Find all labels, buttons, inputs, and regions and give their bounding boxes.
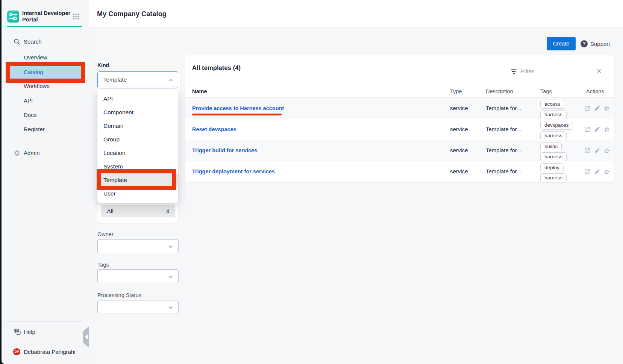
sidebar: Internal Developer Portal Search Overvie…: [2, 0, 89, 364]
template-link[interactable]: Reset devspaces: [192, 119, 236, 140]
kind-dropdown-menu: API Component Domain Group Location Syst…: [97, 89, 179, 203]
row-type: service: [450, 119, 468, 140]
template-link[interactable]: Trigger build for services: [192, 140, 257, 161]
templates-table-card: All templates (4) Filter Name Type Descr…: [185, 55, 614, 182]
tag-chip[interactable]: harness: [540, 131, 567, 140]
sidebar-item-catalog[interactable]: Catalog: [8, 66, 81, 79]
question-circle-icon: ?: [581, 40, 588, 47]
edit-icon[interactable]: [594, 147, 600, 154]
column-header-type[interactable]: Type: [450, 88, 462, 94]
brand-divider: [7, 26, 82, 27]
tag-chip[interactable]: harness: [540, 110, 567, 119]
idp-logo-glyph: [7, 11, 19, 23]
kind-option-user[interactable]: User: [97, 187, 179, 200]
kind-option-api[interactable]: API: [97, 92, 179, 106]
edit-icon[interactable]: [594, 126, 600, 132]
star-icon[interactable]: [603, 105, 610, 112]
row-type: service: [450, 161, 468, 182]
sidebar-divider: [7, 321, 82, 322]
table-row: Reset devspaces service Template for... …: [185, 119, 614, 140]
row-actions: [584, 119, 614, 140]
annotation-underline: [192, 114, 282, 115]
kind-count-card: All 4: [97, 203, 179, 223]
help-chat-icon: ?: [14, 328, 22, 336]
template-link[interactable]: Provide access to Harness account: [192, 98, 284, 119]
kind-all-count: 4: [166, 205, 169, 217]
apps-grid-icon[interactable]: [73, 13, 79, 20]
chevron-down-icon: [168, 274, 173, 279]
processing-status-filter-label: Processing Status: [97, 292, 141, 298]
kind-option-component[interactable]: Component: [97, 106, 179, 119]
sidebar-item-admin[interactable]: Admin: [24, 149, 40, 157]
tag-chip[interactable]: harness: [540, 152, 567, 161]
table-row: Provide access to Harness account servic…: [185, 98, 614, 119]
kind-all-row[interactable]: All 4: [101, 205, 176, 217]
page-title: My Company Catalog: [97, 10, 167, 18]
column-header-description[interactable]: Description: [486, 88, 513, 94]
sidebar-item-register[interactable]: Register: [24, 126, 45, 133]
tags-select[interactable]: [97, 269, 179, 283]
user-name[interactable]: Debabrata Panigrahi: [24, 348, 76, 356]
open-in-new-icon[interactable]: [584, 147, 590, 154]
kind-option-system[interactable]: System: [97, 160, 179, 173]
kind-all-label: All: [107, 205, 114, 217]
search-icon: [14, 38, 20, 45]
edit-icon[interactable]: [594, 168, 600, 175]
edit-icon[interactable]: [594, 105, 600, 111]
row-tags: builds harness: [540, 142, 567, 162]
filter-icon: [511, 69, 517, 74]
column-header-actions[interactable]: Actions: [586, 88, 604, 94]
table-title: All templates (4): [192, 64, 241, 71]
sidebar-item-workflows[interactable]: Workflows: [24, 82, 50, 90]
open-in-new-icon[interactable]: [584, 126, 590, 132]
star-icon[interactable]: [603, 147, 610, 154]
kind-option-domain[interactable]: Domain: [97, 119, 179, 133]
sidebar-item-help[interactable]: Help: [24, 328, 35, 336]
star-icon[interactable]: [603, 168, 610, 175]
kind-option-group[interactable]: Group: [97, 133, 179, 146]
kind-option-location[interactable]: Location: [97, 146, 179, 160]
table-header-row: Name Type Description Tags Actions: [185, 88, 614, 97]
svg-text:?: ?: [16, 329, 18, 332]
open-in-new-icon[interactable]: [584, 168, 590, 175]
tag-chip[interactable]: builds: [540, 142, 562, 151]
open-in-new-icon[interactable]: [584, 105, 590, 111]
user-avatar[interactable]: DP: [13, 348, 20, 355]
tag-chip[interactable]: devspaces: [540, 121, 573, 130]
owner-filter-label: Owner: [97, 231, 114, 237]
row-type: service: [450, 140, 468, 161]
table-row: Trigger deployment for services service …: [185, 161, 614, 182]
kind-option-template[interactable]: Template: [97, 173, 179, 187]
tag-chip[interactable]: harness: [540, 173, 567, 182]
column-header-tags[interactable]: Tags: [540, 88, 552, 94]
row-description: Template for...: [486, 161, 521, 182]
collapse-arrow-icon: [85, 334, 88, 340]
clear-filter-icon[interactable]: [597, 69, 602, 74]
chevron-down-icon: [168, 244, 173, 249]
sidebar-item-api[interactable]: API: [24, 97, 33, 105]
row-actions: [584, 161, 614, 182]
tag-chip[interactable]: access: [540, 100, 564, 109]
filter-placeholder: Filter: [521, 67, 534, 76]
tag-chip[interactable]: deploy: [540, 163, 564, 172]
support-label: Support: [590, 40, 610, 47]
kind-select[interactable]: Template: [97, 71, 178, 88]
sidebar-item-search[interactable]: Search: [24, 38, 42, 46]
star-icon[interactable]: [603, 126, 610, 133]
row-tags: deploy harness: [540, 163, 567, 182]
sidebar-item-overview[interactable]: Overview: [24, 54, 47, 61]
table-filter-input[interactable]: Filter: [510, 67, 608, 77]
row-tags: devspaces harness: [540, 121, 573, 140]
product-title: Internal Developer Portal: [22, 10, 73, 23]
create-button[interactable]: Create: [547, 37, 576, 50]
template-link[interactable]: Trigger deployment for services: [192, 161, 275, 182]
kind-select-value: Template: [103, 72, 127, 88]
row-actions: [584, 140, 614, 161]
sidebar-item-docs[interactable]: Docs: [24, 111, 36, 119]
tags-filter-label: Tags: [97, 262, 109, 268]
row-description: Template for...: [486, 119, 521, 140]
column-header-name[interactable]: Name: [192, 88, 207, 94]
owner-select[interactable]: [97, 239, 179, 253]
processing-status-select[interactable]: [97, 300, 179, 314]
row-tags: access harness: [540, 100, 567, 119]
